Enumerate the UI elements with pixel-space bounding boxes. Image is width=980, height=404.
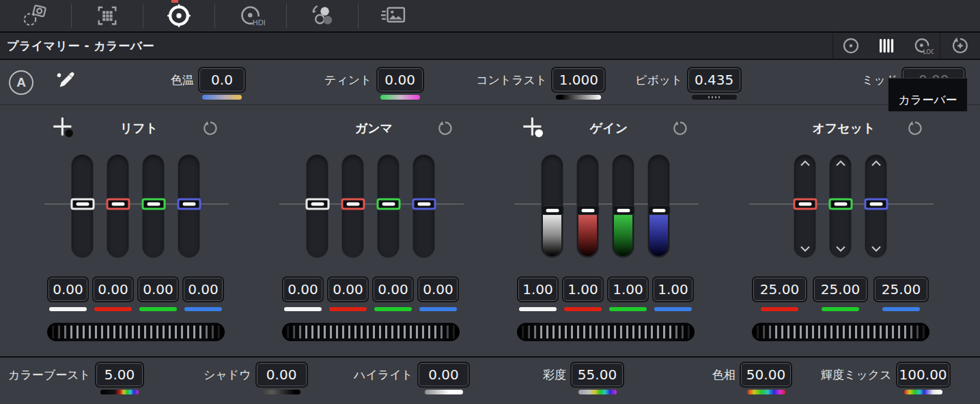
gamma-green-slider[interactable] bbox=[378, 155, 399, 257]
chevron-up-icon[interactable] bbox=[800, 160, 811, 167]
lift-green-value[interactable]: 0.00 bbox=[139, 278, 178, 301]
shadows-value[interactable]: 0.00 bbox=[257, 363, 307, 386]
primaries-wheels-view-button[interactable] bbox=[833, 33, 869, 59]
sizing-tab[interactable] bbox=[72, 0, 143, 31]
color-match-tab[interactable] bbox=[287, 0, 358, 31]
gamma-blue-value[interactable]: 0.00 bbox=[419, 278, 458, 301]
gamma-white-slider[interactable] bbox=[307, 155, 328, 257]
lum-mix-value[interactable]: 100.00 bbox=[897, 363, 949, 386]
saturation-value[interactable]: 55.00 bbox=[572, 363, 623, 386]
gain-header: ゲイン bbox=[509, 115, 702, 142]
white-balance-picker-button[interactable] bbox=[53, 71, 78, 94]
primaries-bars-view-button[interactable] bbox=[869, 33, 904, 59]
gamma-red-value[interactable]: 0.00 bbox=[328, 278, 367, 301]
slider-handle[interactable] bbox=[412, 199, 436, 210]
gain-green-value[interactable]: 1.00 bbox=[608, 278, 647, 301]
lift-master-dial[interactable] bbox=[47, 323, 225, 341]
gamma-red-slider[interactable] bbox=[342, 155, 363, 257]
offset-reset-button[interactable] bbox=[906, 118, 926, 139]
hue-value[interactable]: 50.00 bbox=[741, 363, 791, 386]
slider-handle[interactable] bbox=[793, 199, 817, 210]
lift-blue-slider[interactable] bbox=[178, 155, 199, 257]
offset-red-slider[interactable] bbox=[794, 155, 815, 257]
slider-handle[interactable] bbox=[341, 199, 365, 210]
lift-picker-button[interactable] bbox=[53, 117, 77, 140]
contrast-value[interactable]: 1.000 bbox=[552, 68, 604, 91]
gain-green-slider[interactable] bbox=[613, 155, 634, 257]
slider-handle[interactable] bbox=[576, 205, 599, 215]
highlights-value[interactable]: 0.00 bbox=[419, 363, 468, 386]
pivot-value[interactable]: 0.435 bbox=[688, 68, 740, 91]
color-match-icon bbox=[309, 2, 336, 29]
offset-red-value[interactable]: 25.00 bbox=[753, 278, 806, 301]
header-spacer bbox=[288, 117, 312, 140]
slider-handle[interactable] bbox=[828, 199, 852, 210]
color-boost-value[interactable]: 5.00 bbox=[96, 363, 143, 386]
stills-tab[interactable] bbox=[359, 0, 430, 31]
color-panel: HDR プライマリー - カラーバー bbox=[0, 0, 980, 404]
hdr-wheels-icon: HDR bbox=[236, 2, 265, 29]
temp-value[interactable]: 0.0 bbox=[199, 68, 244, 91]
lift-red-slider[interactable] bbox=[107, 155, 128, 257]
gain-master-dial[interactable] bbox=[517, 323, 695, 341]
offset-green-slider[interactable] bbox=[830, 155, 851, 257]
gain-reset-button[interactable] bbox=[671, 118, 691, 139]
lift-green-slider[interactable] bbox=[143, 155, 164, 257]
gamma-green-value[interactable]: 0.00 bbox=[374, 278, 412, 301]
reset-all-button[interactable] bbox=[940, 33, 980, 59]
offset-green-value[interactable]: 25.00 bbox=[814, 278, 867, 301]
gain-white-slider[interactable] bbox=[542, 155, 563, 257]
offset-master-dial[interactable] bbox=[752, 323, 929, 341]
chevron-down-icon[interactable] bbox=[835, 246, 846, 252]
lift-reset-button[interactable] bbox=[201, 118, 221, 139]
camera-raw-tab[interactable] bbox=[0, 0, 71, 31]
lift-red-value[interactable]: 0.00 bbox=[94, 278, 132, 301]
shadows-field: シャドウ 0.00 bbox=[204, 363, 307, 394]
auto-balance-button[interactable]: A bbox=[9, 70, 33, 95]
gain-white-value[interactable]: 1.00 bbox=[518, 278, 557, 301]
eyedropper-icon bbox=[53, 71, 78, 94]
highlights-field: ハイライト 0.00 bbox=[354, 363, 468, 394]
gain-blue-value[interactable]: 1.00 bbox=[654, 278, 692, 301]
gamma-blue-slider[interactable] bbox=[413, 155, 434, 257]
lift-white-slider[interactable] bbox=[72, 155, 93, 257]
offset-blue-value[interactable]: 25.00 bbox=[875, 278, 927, 301]
hdr-wheels-tab[interactable]: HDR bbox=[215, 0, 286, 31]
chevron-up-icon[interactable] bbox=[871, 160, 882, 167]
tint-value[interactable]: 0.00 bbox=[378, 68, 423, 91]
chevron-down-icon[interactable] bbox=[871, 246, 882, 252]
gamma-reset-button[interactable] bbox=[436, 118, 456, 139]
contrast-field: コントラスト 1.000 bbox=[476, 68, 604, 100]
primaries-log-view-button[interactable]: LOG bbox=[904, 33, 940, 59]
slider-handle[interactable] bbox=[106, 199, 130, 210]
gain-blue-slider[interactable] bbox=[648, 155, 669, 257]
gain-red-value[interactable]: 1.00 bbox=[563, 278, 602, 301]
slider-handle[interactable] bbox=[541, 205, 563, 215]
saturation-gradient bbox=[578, 390, 617, 394]
palette-titlebar: プライマリー - カラーバー bbox=[0, 33, 980, 60]
temp-gradient bbox=[202, 95, 242, 100]
lift-sliders bbox=[39, 155, 232, 257]
slider-handle[interactable] bbox=[647, 205, 670, 215]
chevron-down-icon[interactable] bbox=[800, 246, 811, 252]
offset-section: オフセット bbox=[744, 105, 937, 356]
lift-white-value[interactable]: 0.00 bbox=[48, 278, 87, 301]
offset-blue-slider[interactable] bbox=[865, 155, 886, 257]
gamma-master-dial[interactable] bbox=[282, 323, 460, 341]
slider-handle[interactable] bbox=[70, 199, 94, 210]
reset-icon bbox=[201, 119, 220, 138]
slider-handle[interactable] bbox=[612, 205, 634, 215]
slider-handle[interactable] bbox=[305, 199, 329, 210]
slider-handle[interactable] bbox=[376, 199, 400, 210]
gain-red-slider[interactable] bbox=[577, 155, 598, 257]
slider-handle[interactable] bbox=[864, 199, 888, 210]
slider-handle[interactable] bbox=[141, 199, 165, 210]
red-channel-bar bbox=[761, 307, 798, 311]
chevron-up-icon[interactable] bbox=[835, 160, 846, 167]
slider-handle[interactable] bbox=[177, 199, 201, 210]
gamma-white-value[interactable]: 0.00 bbox=[283, 278, 322, 301]
gain-picker-button[interactable] bbox=[522, 117, 547, 140]
color-wheels-tab[interactable] bbox=[143, 0, 214, 31]
stills-icon bbox=[380, 3, 408, 29]
lift-blue-value[interactable]: 0.00 bbox=[184, 278, 223, 301]
